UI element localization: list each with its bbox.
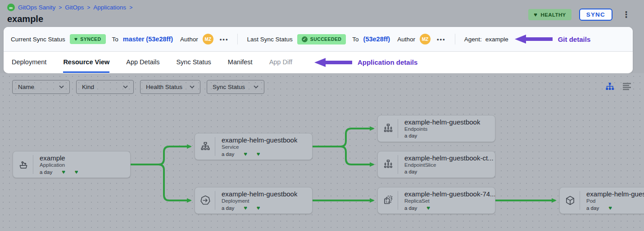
node-kind: Endpoints <box>404 126 480 132</box>
node-kind: ReplicaSet <box>404 198 495 204</box>
resource-node-application[interactable]: exampleApplicationa day♥♥ <box>13 151 131 178</box>
node-title: example-helm-guestbook <box>222 136 297 144</box>
replicaset-icon <box>378 187 398 213</box>
succeeded-badge-label: SUCCEEDED <box>310 36 342 42</box>
health-badge-label: HEALTHY <box>540 12 566 18</box>
resource-node-service[interactable]: example-helm-guestbookServicea day♥♥ <box>195 133 313 160</box>
filter-name-dropdown[interactable]: Name <box>12 80 70 94</box>
chevron-down-icon <box>59 85 64 89</box>
tab-sync-status[interactable]: Sync Status <box>176 52 211 73</box>
node-body: example-helm-guestbookServicea day♥♥ <box>215 133 297 160</box>
node-age-text: a day <box>586 205 599 211</box>
node-age: a day♥ <box>404 205 495 211</box>
breadcrumb-separator: > <box>59 4 62 11</box>
breadcrumb-separator: > <box>87 4 90 11</box>
author-avatar: MZ <box>203 34 213 44</box>
heart-icon: ♥ <box>257 151 260 157</box>
last-sync-group: Last Sync Status ✓ SUCCEEDED To (53e28ff… <box>247 34 445 44</box>
resource-tree-canvas: Name Kind Health Status Sync Status <box>0 73 644 231</box>
tab-deployment[interactable]: Deployment <box>12 52 46 73</box>
heart-icon: ♥ <box>62 169 65 175</box>
git-details-annotation-text: Git details <box>558 36 591 43</box>
filter-kind-dropdown[interactable]: Kind <box>76 80 134 94</box>
left-arrow-icon <box>314 58 352 67</box>
filter-label: Sync Status <box>213 84 245 90</box>
list-view-icon[interactable] <box>622 82 631 90</box>
heart-icon: ♥ <box>257 205 260 211</box>
heart-icon: ♥ <box>244 151 247 157</box>
page-title: example <box>7 14 43 24</box>
resource-node-deployment[interactable]: example-helm-guestbookDeploymenta day♥♥ <box>195 187 313 214</box>
resource-node-pod[interactable]: example-helm-guestPoda day♥ <box>559 187 644 214</box>
node-title: example-helm-guestbook-ct... <box>404 154 494 162</box>
left-arrow-icon <box>515 34 553 44</box>
node-kind: Pod <box>586 198 644 204</box>
chevron-down-icon <box>254 85 259 89</box>
node-age: a day♥♥ <box>222 205 297 211</box>
node-age-text: a day <box>404 205 417 211</box>
filter-sync-status-dropdown[interactable]: Sync Status <box>207 80 264 94</box>
resource-node-endpointslice[interactable]: example-helm-guestbook-ct...EndpointSlic… <box>377 151 495 178</box>
chevron-down-icon <box>190 85 195 89</box>
heart-icon: ♥ <box>75 169 78 175</box>
more-options-icon[interactable]: ••• <box>220 36 229 43</box>
node-age: a day <box>404 169 494 174</box>
tab-app-details[interactable]: App Details <box>126 52 159 73</box>
resource-edge <box>131 164 190 200</box>
heart-icon: ♥ <box>534 12 537 18</box>
breadcrumb-item-gitops[interactable]: GitOps <box>65 4 84 11</box>
last-revision-link[interactable]: (53e28ff) <box>363 36 390 43</box>
current-sync-group: Current Sync Status ♥ SYNCED To master (… <box>11 34 228 44</box>
kebab-menu-icon[interactable]: ⋮ <box>620 9 632 20</box>
heart-icon: ♥ <box>74 36 78 42</box>
heart-icon: ♥ <box>426 205 430 211</box>
node-body: exampleApplicationa day♥♥ <box>33 151 78 178</box>
node-age-text: a day <box>40 169 52 175</box>
node-title: example <box>40 154 78 162</box>
node-age-text: a day <box>404 169 417 174</box>
tab-app-diff[interactable]: App Diff <box>269 52 292 73</box>
check-circle-icon: ✓ <box>302 36 308 42</box>
application-icon <box>13 151 33 178</box>
author-label: Author <box>180 36 198 43</box>
resource-edge <box>131 147 190 164</box>
node-age-text: a day <box>404 133 417 138</box>
service-icon <box>195 133 215 160</box>
filter-health-status-dropdown[interactable]: Health Status <box>140 80 200 94</box>
more-options-icon[interactable]: ••• <box>437 36 446 43</box>
node-age: a day <box>404 133 480 138</box>
current-revision-link[interactable]: master (53e28ff) <box>123 36 173 43</box>
node-body: example-helm-guestbookDeploymenta day♥♥ <box>215 187 297 213</box>
succeeded-badge: ✓ SUCCEEDED <box>297 34 346 44</box>
deployment-icon <box>195 187 215 213</box>
tab-manifest[interactable]: Manifest <box>228 52 253 73</box>
heart-icon: ♥ <box>608 205 612 211</box>
breadcrumb-item-applications[interactable]: Applications <box>93 4 126 11</box>
node-title: example-helm-guestbook-74... <box>404 190 495 198</box>
breadcrumb-separator: > <box>129 4 132 11</box>
node-kind: Deployment <box>222 198 297 204</box>
node-body: example-helm-guestbookEndpointsa day <box>398 116 480 142</box>
node-body: example-helm-guestbook-74...ReplicaSeta … <box>398 187 495 213</box>
resource-node-replicaset[interactable]: example-helm-guestbook-74...ReplicaSeta … <box>377 187 495 214</box>
filter-label: Health Status <box>146 84 182 90</box>
resource-edge <box>313 147 373 164</box>
resource-node-endpoints[interactable]: example-helm-guestbookEndpointsa day <box>377 115 495 142</box>
pod-icon <box>560 187 580 213</box>
application-details-annotation-text: Application details <box>358 58 417 66</box>
node-age: a day♥♥ <box>40 169 78 175</box>
node-kind: Service <box>222 144 297 150</box>
chevron-down-icon <box>123 85 128 89</box>
sync-button[interactable]: SYNC <box>579 9 612 21</box>
application-details-annotation: Application details <box>314 52 417 73</box>
endpoints-icon <box>378 116 398 142</box>
agent-label: Agent: <box>464 36 482 43</box>
filter-label: Kind <box>82 84 94 90</box>
breadcrumb-item-account[interactable]: GitOps Sanity <box>18 4 55 11</box>
agent-value: example <box>485 36 508 43</box>
node-age: a day♥ <box>586 205 644 211</box>
tree-view-icon[interactable] <box>605 82 614 91</box>
tab-resource-view[interactable]: Resource View <box>63 52 109 73</box>
top-actions: ♥ HEALTHY SYNC ⋮ <box>528 9 632 21</box>
tabs-bar: Deployment Resource View App Details Syn… <box>4 52 633 73</box>
